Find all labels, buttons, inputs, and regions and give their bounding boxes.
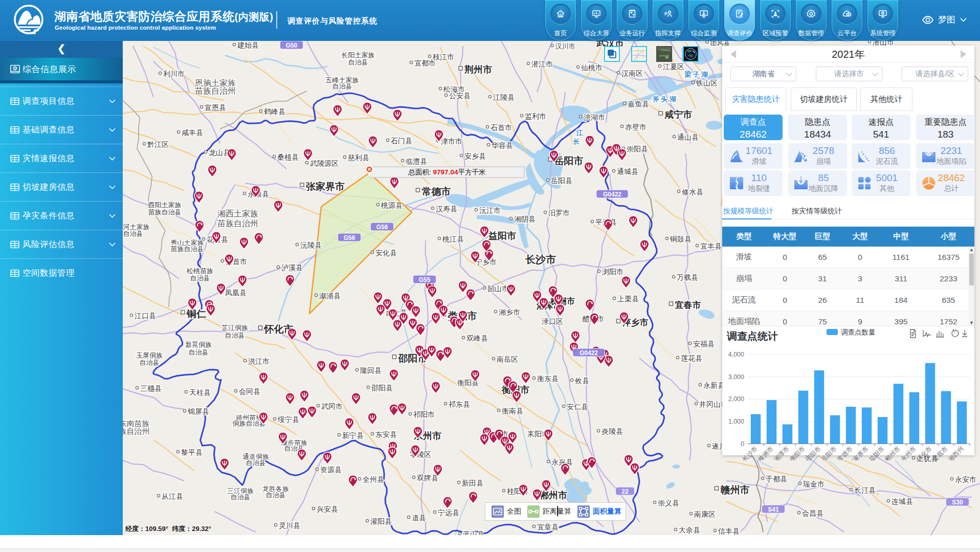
- svg-text:资源县: 资源县: [320, 466, 342, 474]
- svg-text:莲花县: 莲花县: [681, 354, 702, 362]
- svg-text:长汀县: 长汀县: [854, 486, 876, 494]
- svg-text:从江县: 从江县: [162, 492, 183, 500]
- svg-text:G55: G55: [419, 276, 431, 283]
- svg-text:自治县: 自治县: [189, 348, 209, 356]
- svg-text:大余县: 大余县: [679, 526, 700, 534]
- svg-text:2,000: 2,000: [728, 395, 744, 403]
- svg-text:锦屏县: 锦屏县: [188, 407, 209, 415]
- svg-text:公安县: 公安县: [449, 92, 471, 100]
- svg-text:衡南县: 衡南县: [502, 407, 523, 415]
- svg-text:长: 长: [573, 138, 581, 145]
- svg-text:上栗县: 上栗县: [617, 295, 639, 303]
- svg-text:崇义县: 崇义县: [658, 499, 679, 507]
- svg-text:武陵源区: 武陵源区: [310, 159, 339, 167]
- svg-text:武汉市: 武汉市: [596, 41, 624, 48]
- svg-text:通山县: 通山县: [677, 133, 699, 141]
- svg-text:枝江市: 枝江市: [432, 53, 454, 61]
- svg-text:G0422: G0422: [580, 349, 598, 357]
- svg-text:韶山市: 韶山市: [487, 284, 509, 293]
- svg-text:仙桃市: 仙桃市: [581, 63, 603, 72]
- svg-text:荆州市: 荆州市: [464, 64, 492, 75]
- svg-text:洪湖市: 洪湖市: [584, 113, 605, 121]
- svg-text:溆浦县: 溆浦县: [319, 292, 341, 300]
- svg-text:益阳市: 益阳市: [488, 231, 516, 241]
- svg-text:瑞金市: 瑞金市: [803, 480, 825, 488]
- svg-text:自治县: 自治县: [332, 82, 352, 90]
- svg-text:4,000: 4,000: [728, 351, 744, 358]
- svg-text:会昌县: 会昌县: [802, 509, 823, 517]
- svg-text:攸县: 攸县: [574, 377, 589, 385]
- svg-text:连城县: 连城县: [892, 497, 913, 505]
- svg-text:石门县: 石门县: [391, 137, 412, 145]
- svg-text:自治县: 自治县: [190, 274, 210, 282]
- svg-text:湘乡市: 湘乡市: [499, 308, 520, 316]
- svg-text:宜章县: 宜章县: [537, 523, 559, 531]
- svg-text:总面积: 9797.04平方千米: 总面积: 9797.04平方千米: [408, 168, 486, 176]
- svg-text:1,000: 1,000: [728, 418, 744, 425]
- svg-text:监利市: 监利市: [525, 112, 546, 120]
- svg-text:凤凰县: 凤凰县: [225, 289, 247, 297]
- svg-text:安仁县: 安仁县: [567, 403, 588, 411]
- svg-text:宁远县: 宁远县: [438, 509, 459, 517]
- svg-text:沅陵县: 沅陵县: [300, 241, 322, 249]
- svg-text:邵阳县: 邵阳县: [371, 384, 393, 392]
- svg-text:玉屏侗族: 玉屏侗族: [136, 351, 163, 359]
- svg-text:自治县: 自治县: [348, 58, 368, 66]
- svg-text:南康区: 南康区: [694, 510, 716, 518]
- svg-text:侗族自治州: 侗族自治州: [123, 427, 150, 435]
- svg-text:双牌县: 双牌县: [417, 474, 438, 482]
- svg-text:建始县: 建始县: [237, 41, 259, 49]
- svg-text:自治县: 自治县: [231, 493, 251, 501]
- svg-text:灌阳县: 灌阳县: [370, 517, 392, 525]
- svg-text:武冈市: 武冈市: [321, 402, 343, 410]
- svg-text:渌口区: 渌口区: [542, 317, 563, 325]
- svg-text:赣州市: 赣州市: [720, 484, 750, 495]
- svg-text:新宁县: 新宁县: [342, 431, 364, 439]
- svg-text:G56: G56: [344, 234, 355, 241]
- svg-text:S41: S41: [768, 506, 779, 513]
- svg-text:新田县: 新田县: [462, 479, 483, 487]
- svg-text:江口县: 江口县: [135, 312, 156, 320]
- svg-text:灵川县: 灵川县: [279, 521, 300, 529]
- svg-text:嘉鱼县: 嘉鱼县: [628, 100, 649, 108]
- svg-text:铜仁: 铜仁: [186, 308, 206, 319]
- svg-text:湘西土家族: 湘西土家族: [217, 209, 258, 218]
- svg-text:永新县: 永新县: [703, 381, 725, 389]
- svg-text:常德市: 常德市: [422, 186, 451, 197]
- svg-text:P: P: [664, 11, 667, 16]
- svg-text:通城县: 通城县: [617, 167, 638, 175]
- svg-text:崇阳县: 崇阳县: [627, 145, 648, 153]
- svg-text:岳阳县: 岳阳县: [551, 176, 572, 185]
- svg-text:江夏区: 江夏区: [663, 62, 684, 71]
- svg-text:浏阳市: 浏阳市: [602, 268, 623, 276]
- svg-text:江陵县: 江陵县: [493, 93, 515, 101]
- svg-text:咸宁市: 咸宁市: [664, 109, 692, 120]
- svg-text:修水县: 修水县: [681, 188, 703, 196]
- svg-text:桃源县: 桃源县: [381, 201, 403, 209]
- svg-text:新晃侗族: 新晃侗族: [185, 341, 212, 348]
- svg-text:双峰县: 双峰县: [466, 334, 488, 342]
- svg-text:于都县: 于都县: [766, 475, 787, 483]
- svg-text:咸丰县: 咸丰县: [182, 128, 203, 137]
- svg-text:东安县: 东安县: [375, 430, 397, 438]
- svg-text:祁东县: 祁东县: [448, 400, 470, 408]
- svg-text:宜丰县: 宜丰县: [700, 242, 722, 250]
- svg-text:天柱县: 天柱县: [189, 388, 211, 396]
- svg-text:3,000: 3,000: [728, 373, 744, 381]
- svg-text:津市市: 津市市: [441, 137, 462, 145]
- svg-text:潜江市: 潜江市: [531, 60, 553, 68]
- svg-text:斧 头 湖: 斧 头 湖: [653, 95, 676, 103]
- svg-text:黔江区: 黔江区: [147, 140, 169, 148]
- svg-text:G56: G56: [376, 224, 388, 231]
- svg-text:南岳区: 南岳区: [497, 355, 518, 363]
- svg-text:安乡县: 安乡县: [464, 152, 486, 160]
- svg-text:蓝山县: 蓝山县: [463, 530, 484, 535]
- svg-text:鹤峰县: 鹤峰县: [264, 107, 285, 116]
- svg-text:慈利县: 慈利县: [348, 153, 369, 162]
- svg-text:苗族自治县: 苗族自治县: [171, 245, 204, 253]
- svg-text:桑植县: 桑植县: [277, 153, 299, 161]
- svg-text:长沙市: 长沙市: [525, 254, 556, 265]
- svg-text:桃江县: 桃江县: [442, 235, 464, 243]
- svg-text:长阳土家族: 长阳土家族: [342, 51, 375, 59]
- svg-text:苗族自治州: 苗族自治州: [217, 219, 258, 228]
